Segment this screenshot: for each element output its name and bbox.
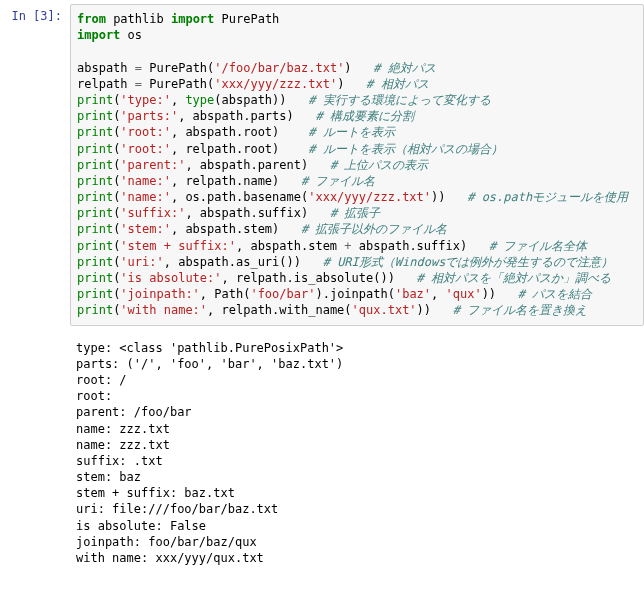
str-name2: 'name:' (120, 190, 171, 204)
str-type: 'type:' (120, 93, 171, 107)
fn-print: print (77, 190, 113, 204)
arg-join4: )) (482, 287, 496, 301)
str-uri: 'uri:' (120, 255, 163, 269)
str-root2: 'root:' (120, 142, 171, 156)
str-parts: 'parts:' (120, 109, 178, 123)
fn-print: print (77, 125, 113, 139)
cmt-root2: # ルートを表示（相対パスの場合） (308, 142, 502, 156)
arg-parts: , abspath.parts) (178, 109, 294, 123)
stdout-output: type: <class 'pathlib.PurePosixPath'> pa… (70, 334, 644, 567)
fn-print: print (77, 174, 113, 188)
arg-join3: , (431, 287, 445, 301)
arg-name: , relpath.name) (171, 174, 279, 188)
kw-import: import (77, 28, 120, 42)
str-parent: 'parent:' (120, 158, 185, 172)
fn-print: print (77, 109, 113, 123)
fn-print: print (77, 142, 113, 156)
str-join2: 'foo/bar' (250, 287, 315, 301)
arg-parent: , abspath.parent) (185, 158, 308, 172)
str-name2b: 'xxx/yyy/zzz.txt' (308, 190, 431, 204)
arg-type: (abspath)) (214, 93, 286, 107)
cmt-abspath: # 絶対パス (373, 61, 435, 75)
var-abspath: abspath (77, 61, 128, 75)
output-prompt (0, 334, 70, 567)
str-name: 'name:' (120, 174, 171, 188)
cmt-name: # ファイル名 (301, 174, 375, 188)
cmt-withname: # ファイル名を置き換え (453, 303, 587, 317)
fn-print: print (77, 239, 113, 253)
cmt-stemsfx: # ファイル名全体 (489, 239, 587, 253)
cmt-relpath: # 相対パス (366, 77, 428, 91)
output-cell: type: <class 'pathlib.PurePosixPath'> pa… (0, 330, 644, 571)
arg-withname2: )) (417, 303, 431, 317)
cmt-parent: # 上位パスの表示 (330, 158, 428, 172)
cmt-name2: # os.pathモジュールを使用 (467, 190, 628, 204)
fn-print: print (77, 287, 113, 301)
str-root: 'root:' (120, 125, 171, 139)
arg-root2: , relpath.root) (171, 142, 279, 156)
fn-print: print (77, 158, 113, 172)
str-isabs: 'is absolute:' (120, 271, 221, 285)
cmt-join: # パスを結合 (518, 287, 592, 301)
arg-root: , abspath.root) (171, 125, 279, 139)
fn-print: print (77, 206, 113, 220)
fn-print: print (77, 93, 113, 107)
arg-name2b: )) (431, 190, 445, 204)
str-withname: 'with name:' (120, 303, 207, 317)
code-input[interactable]: from pathlib import PurePath import os a… (70, 4, 644, 326)
str-join: 'joinpath:' (120, 287, 199, 301)
str-stemsfx: 'stem + suffix:' (120, 239, 236, 253)
str-join4: 'qux' (446, 287, 482, 301)
mod-pathlib: pathlib (113, 12, 164, 26)
code-cell: In [3]: from pathlib import PurePath imp… (0, 0, 644, 330)
fn-print: print (77, 303, 113, 317)
arg-uri: , abspath.as_uri()) (164, 255, 301, 269)
input-prompt: In [3]: (0, 4, 70, 326)
str-join3: 'baz' (395, 287, 431, 301)
arg-stem: , abspath.stem) (171, 222, 279, 236)
arg-suffix: , abspath.suffix) (185, 206, 308, 220)
op-eq: = (135, 77, 142, 91)
str-withname2: 'qux.txt' (352, 303, 417, 317)
str-abspath: '/foo/bar/baz.txt' (214, 61, 344, 75)
str-stem: 'stem:' (120, 222, 171, 236)
call-purepath: PurePath (149, 77, 207, 91)
fn-print: print (77, 255, 113, 269)
cmt-suffix: # 拡張子 (330, 206, 380, 220)
op-plus: + (344, 239, 351, 253)
fn-type: type (185, 93, 214, 107)
name-purepath: PurePath (222, 12, 280, 26)
arg-join2: ).joinpath( (315, 287, 394, 301)
mod-os: os (128, 28, 142, 42)
cmt-isabs: # 相対パスを「絶対パスか」調べる (417, 271, 611, 285)
cmt-stem: # 拡張子以外のファイル名 (301, 222, 447, 236)
op-eq: = (135, 61, 142, 75)
arg-stemsfx: , abspath.stem (236, 239, 337, 253)
fn-print: print (77, 271, 113, 285)
call-purepath: PurePath (149, 61, 207, 75)
arg-join: , Path( (200, 287, 251, 301)
arg-isabs: , relpath.is_absolute()) (222, 271, 395, 285)
cmt-uri: # URI形式（Windowsでは例外が発生するので注意） (323, 255, 614, 269)
str-relpath: 'xxx/yyy/zzz.txt' (214, 77, 337, 91)
cmt-parts: # 構成要素に分割 (315, 109, 413, 123)
arg-stemsfx2: abspath.suffix) (359, 239, 467, 253)
kw-import: import (171, 12, 214, 26)
kw-from: from (77, 12, 106, 26)
arg-withname: , relpath.with_name( (207, 303, 352, 317)
cmt-root: # ルートを表示 (308, 125, 394, 139)
cmt-type: # 実行する環境によって変化する (308, 93, 490, 107)
str-suffix: 'suffix:' (120, 206, 185, 220)
fn-print: print (77, 222, 113, 236)
var-relpath: relpath (77, 77, 128, 91)
arg-name2: , os.path.basename( (171, 190, 308, 204)
